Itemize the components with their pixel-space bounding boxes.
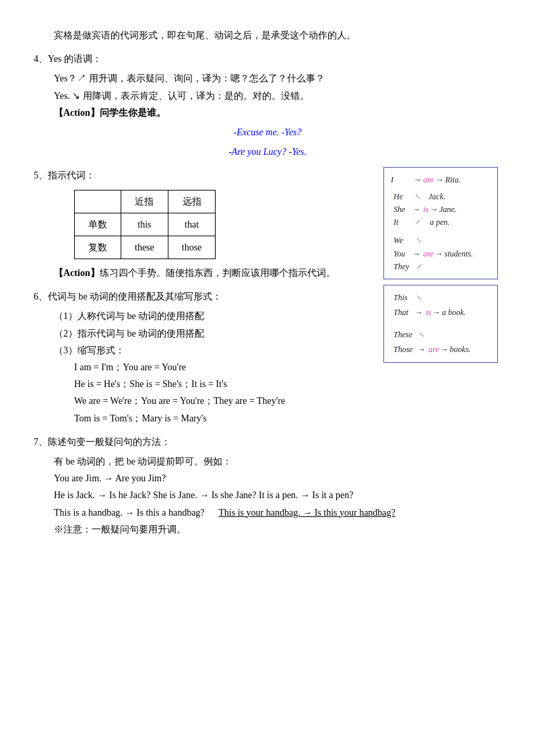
- table-header-blank: [75, 190, 121, 213]
- section7-example1: You are Jim. → Are you Jim?: [34, 470, 501, 487]
- page-content: 宾格是做宾语的代词形式，即在句尾、动词之后，是承受这个动作的人。 4、Yes 的…: [34, 27, 501, 538]
- section4-line1: Yes？↗ 用升调，表示疑问、询问，译为：嗯？怎么了？什么事？: [34, 70, 501, 87]
- section6-contraction4: Tom is = Tom's；Mary is = Mary's: [34, 410, 501, 427]
- section7-title: 7、陈述句变一般疑问句的方法：: [34, 434, 501, 450]
- section6-contraction3: We are = We're；You are = You're；They are…: [34, 392, 501, 409]
- section4: 4、Yes 的语调： Yes？↗ 用升调，表示疑问、询问，译为：嗯？怎么了？什么…: [34, 50, 501, 160]
- section7-example3b-underlined: This is your handbag. → Is this your han…: [218, 508, 395, 518]
- side-diagrams: I → am → Rita. He ⟍ Jack. She →: [383, 167, 501, 368]
- diag1-row1: I → am → Rita.: [391, 173, 491, 188]
- table-cell-this: this: [121, 213, 168, 236]
- table-cell-these: these: [121, 236, 168, 259]
- table-header-jinji: 近指: [121, 190, 168, 213]
- table-cell-those: those: [168, 236, 216, 259]
- table-cell-that: that: [168, 213, 216, 236]
- diagram1-box: I → am → Rita. He ⟍ Jack. She →: [383, 167, 498, 279]
- section5-area: I → am → Rita. He ⟍ Jack. She →: [34, 167, 501, 281]
- section4-example2: -Are you Lucy? -Yes.: [34, 143, 501, 160]
- section4-action: 【Action】问学生你是谁。: [34, 104, 501, 121]
- table-row-plural: 复数: [75, 236, 121, 259]
- section4-line2: Yes. ↘ 用降调，表示肯定、认可，译为：是的。对的。没错。: [34, 88, 501, 104]
- intro-line: 宾格是做宾语的代词形式，即在句尾、动词之后，是承受这个动作的人。: [34, 27, 501, 44]
- section7-example3: This is a handbag. → Is this a handbag? …: [34, 504, 501, 521]
- section7-example2: He is Jack. → Is he Jack? She is Jane. →…: [34, 487, 501, 504]
- section6-contraction2: He is = He's；She is = She's；It is = It's: [34, 376, 501, 392]
- section4-example1: -Excuse me. -Yes?: [34, 124, 501, 141]
- table-row-singular: 单数: [75, 213, 121, 236]
- section7-note: ※注意：一般疑问句要用升调。: [34, 521, 501, 538]
- table-header-yuanji: 远指: [168, 190, 216, 213]
- section7-desc: 有 be 动词的，把 be 动词提前即可。例如：: [34, 453, 501, 470]
- diagram2-box: This ⟍ That → is → a book. These: [383, 285, 498, 363]
- section4-title: 4、Yes 的语调：: [34, 50, 501, 67]
- section7: 7、陈述句变一般疑问句的方法： 有 be 动词的，把 be 动词提前即可。例如：…: [34, 434, 501, 538]
- pronoun-table: 近指 远指 单数 this that 复数 these those: [74, 190, 216, 260]
